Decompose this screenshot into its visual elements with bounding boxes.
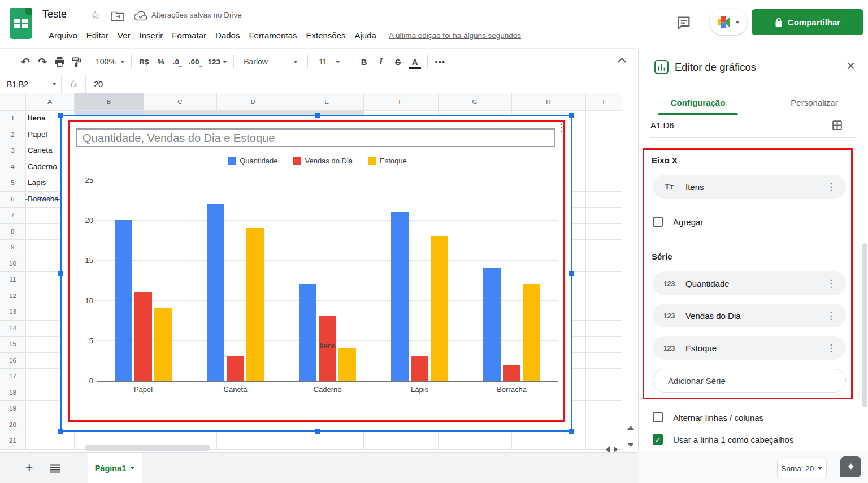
row-header-20[interactable]: 20 — [0, 417, 25, 433]
font-select[interactable]: Barlow — [238, 53, 303, 70]
chart-handle[interactable] — [58, 271, 63, 276]
bar-Quantidade-Lápis[interactable] — [391, 212, 409, 381]
column-header-D[interactable]: D — [216, 93, 290, 110]
bar-Estoque-Lápis[interactable] — [431, 236, 448, 381]
chart-title-input[interactable]: Quantidade, Vendas do Dia e Estoque — [76, 128, 555, 147]
bar-Vendas do Dia-Lápis[interactable] — [411, 356, 428, 381]
chart-handle[interactable] — [58, 429, 63, 434]
series-menu-icon[interactable]: ⋮ — [826, 311, 846, 321]
series-menu-icon[interactable]: ⋮ — [826, 279, 846, 288]
row-header-12[interactable]: 12 — [0, 288, 25, 304]
series-field-Vendas do Dia[interactable]: 123Vendas do Dia⋮ — [653, 304, 846, 327]
meet-button[interactable] — [710, 9, 747, 35]
comment-icon[interactable] — [676, 15, 692, 33]
column-header-C[interactable]: C — [144, 93, 216, 110]
row-header-9[interactable]: 9 — [0, 239, 25, 256]
aggregate-label[interactable]: Agregar — [673, 217, 703, 227]
menu-ver[interactable]: Ver — [113, 29, 135, 42]
data-range-value[interactable]: A1:D6 — [650, 120, 674, 130]
italic-button[interactable]: I — [372, 53, 389, 70]
column-header-I[interactable]: I — [585, 93, 622, 110]
menu-dados[interactable]: Dados — [211, 29, 244, 42]
column-header-A[interactable]: A — [25, 93, 74, 110]
scroll-right-arrow[interactable] — [614, 446, 618, 452]
bar-Estoque-Caderno[interactable] — [338, 348, 356, 381]
row-header-14[interactable]: 14 — [0, 320, 25, 337]
x-axis-field[interactable]: TT Itens ⋮ — [653, 175, 846, 199]
tab-personalizar[interactable]: Personalizar — [766, 98, 862, 107]
row-header-19[interactable]: 19 — [0, 400, 25, 417]
use-row1-headers-checkbox[interactable]: ✓ — [653, 434, 663, 445]
chart-overlay[interactable]: ⋮ Quantidade, Vendas do Dia e Estoque Qu… — [60, 115, 572, 432]
row-header-17[interactable]: 17 — [0, 368, 25, 385]
x-axis-menu-icon[interactable]: ⋮ — [826, 182, 846, 192]
series-field-Estoque[interactable]: 123Estoque⋮ — [653, 336, 846, 360]
menu-ajuda[interactable]: Ajuda — [350, 29, 381, 42]
bar-Estoque-Borracha[interactable] — [523, 284, 540, 381]
text-color-button[interactable]: A — [406, 53, 423, 70]
move-folder-icon[interactable] — [111, 11, 124, 23]
row-header-6[interactable]: 6 — [0, 191, 25, 208]
increase-decimals-button[interactable]: .00→ — [186, 53, 206, 70]
tab-configuracao[interactable]: Configuração — [650, 98, 746, 107]
bold-button[interactable]: B — [355, 53, 372, 70]
scroll-down-arrow[interactable] — [627, 443, 634, 447]
redo-button[interactable]: ↷ — [34, 53, 51, 70]
menu-inserir[interactable]: Inserir — [135, 29, 168, 42]
row-header-13[interactable]: 13 — [0, 304, 25, 320]
row-header-3[interactable]: 3 — [0, 143, 25, 159]
column-header-G[interactable]: G — [438, 93, 511, 110]
chart-handle[interactable] — [569, 429, 574, 434]
chart-handle[interactable] — [58, 113, 63, 118]
bar-Quantidade-Borracha[interactable] — [483, 268, 501, 381]
row-header-16[interactable]: 16 — [0, 352, 25, 369]
paint-format-button[interactable] — [68, 53, 85, 70]
saved-status[interactable]: Alterações salvas no Drive — [151, 11, 242, 19]
row-header-7[interactable]: 7 — [0, 207, 25, 223]
spreadsheet-grid[interactable]: ABCDEFGHI 123456789101112131415161718192… — [0, 93, 638, 452]
row-header-10[interactable]: 10 — [0, 256, 25, 272]
format-percent-button[interactable]: % — [153, 53, 170, 70]
use-row1-headers-label[interactable]: Usar a linha 1 como cabeçalhos — [673, 435, 793, 445]
bar-Vendas do Dia-Caneta[interactable] — [227, 356, 244, 381]
print-button[interactable] — [51, 53, 68, 70]
chart-handle[interactable] — [315, 429, 320, 434]
share-button[interactable]: Compartilhar — [752, 9, 863, 35]
bar-Quantidade-Caderno[interactable] — [299, 284, 316, 381]
series-menu-icon[interactable]: ⋮ — [826, 343, 846, 353]
vertical-scrollbar-gutter[interactable] — [622, 93, 638, 452]
close-icon[interactable]: × — [847, 57, 855, 75]
menu-editar[interactable]: Editar — [82, 29, 113, 42]
row-header-2[interactable]: 2 — [0, 127, 25, 143]
scroll-up-arrow[interactable] — [627, 426, 634, 430]
select-all-corner[interactable] — [0, 93, 25, 110]
formula-input[interactable]: 20 — [86, 80, 103, 89]
document-title[interactable]: Teste — [42, 8, 67, 20]
row-header-1[interactable]: 1 — [0, 110, 25, 127]
decrease-decimals-button[interactable]: .0← — [170, 53, 186, 70]
last-edit-link[interactable]: A última edição foi há alguns segundos — [389, 31, 521, 40]
add-series-button[interactable]: Adicionar Série — [653, 369, 846, 393]
name-box[interactable]: B1:B2 — [0, 80, 61, 89]
bar-Vendas do Dia-Papel[interactable] — [134, 292, 152, 381]
column-header-F[interactable]: F — [363, 93, 438, 110]
menu-ferramentas[interactable]: Ferramentas — [244, 29, 301, 42]
row-header-4[interactable]: 4 — [0, 159, 25, 175]
column-header-H[interactable]: H — [511, 93, 585, 110]
menu-arquivo[interactable]: Arquivo — [44, 29, 82, 42]
chart-handle[interactable] — [569, 113, 574, 118]
row-header-11[interactable]: 11 — [0, 271, 25, 288]
column-header-B[interactable]: B — [74, 93, 144, 110]
explore-button[interactable]: ✦ — [840, 456, 861, 477]
chart-handle[interactable] — [315, 113, 320, 118]
bar-Quantidade-Papel[interactable] — [115, 220, 132, 381]
row-header-18[interactable]: 18 — [0, 385, 25, 401]
sheet-tab-pagina1[interactable]: Página1 — [88, 453, 142, 483]
star-icon[interactable]: ☆ — [90, 8, 100, 21]
scroll-left-arrow[interactable] — [606, 446, 610, 452]
add-sheet-button[interactable]: + — [25, 460, 33, 476]
column-header-E[interactable]: E — [290, 93, 363, 110]
bar-Vendas do Dia-Borracha[interactable] — [503, 365, 520, 381]
menu-extensões[interactable]: Extensões — [301, 29, 350, 42]
aggregate-checkbox[interactable] — [653, 217, 663, 227]
